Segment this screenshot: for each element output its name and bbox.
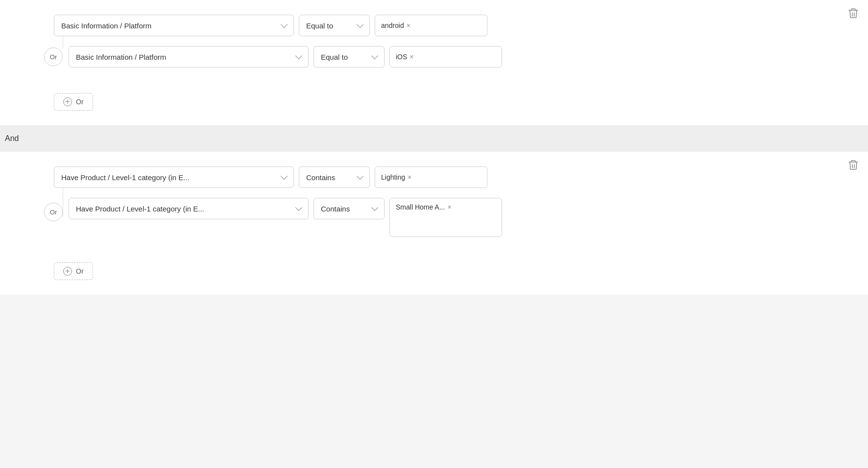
- and-divider: And: [0, 125, 868, 152]
- add-or-label-1: Or: [76, 98, 84, 106]
- chevron-down-icon-7: [295, 204, 302, 211]
- section-1: Basic Information / Platform Equal to an…: [0, 0, 868, 125]
- operator-select-2-2-label: Contains: [321, 205, 350, 213]
- plus-circle-icon-2: +: [63, 267, 72, 276]
- field-select-1-1[interactable]: Basic Information / Platform: [54, 15, 294, 36]
- tag-small-home-value: Small Home A...: [396, 203, 445, 211]
- operator-select-1-1-label: Equal to: [306, 22, 333, 30]
- delete-section-2-button[interactable]: [848, 160, 858, 172]
- chevron-down-icon-6: [357, 173, 363, 180]
- filter-row-2-1: Have Product / Level-1 category (in E...…: [54, 166, 868, 188]
- and-label: And: [0, 134, 19, 143]
- trash-icon-2[interactable]: [848, 160, 858, 170]
- tag-ios-close[interactable]: ×: [410, 53, 413, 60]
- add-or-button-1-wrapper: + Or: [54, 81, 868, 111]
- plus-circle-icon-1: +: [63, 97, 72, 106]
- chevron-down-icon-8: [371, 204, 378, 211]
- or-row-1-2-wrapper: Or Basic Information / Platform Equal to…: [44, 46, 868, 68]
- operator-select-2-1[interactable]: Contains: [299, 166, 370, 188]
- operator-select-2-2[interactable]: Contains: [313, 198, 385, 219]
- chevron-down-icon: [281, 21, 288, 28]
- tag-small-home: Small Home A... ×: [396, 203, 452, 211]
- delete-section-1-button[interactable]: [848, 8, 858, 20]
- connector-line-2: [63, 188, 63, 217]
- field-select-2-2[interactable]: Have Product / Level-1 category (in E...: [69, 198, 309, 219]
- or-badge-1: Or: [44, 47, 63, 66]
- tag-lighting: Lighting ×: [381, 173, 411, 181]
- trash-icon-1[interactable]: [848, 8, 858, 19]
- tag-android: android ×: [381, 22, 410, 29]
- add-or-button-2[interactable]: + Or: [54, 262, 93, 280]
- or-badge-2: Or: [44, 203, 63, 221]
- field-select-1-1-label: Basic Information / Platform: [61, 22, 151, 30]
- operator-select-1-1[interactable]: Equal to: [299, 15, 370, 36]
- operator-select-2-1-label: Contains: [306, 173, 335, 182]
- field-select-2-1-label: Have Product / Level-1 category (in E...: [61, 173, 190, 182]
- add-or-label-2: Or: [76, 267, 84, 275]
- field-select-2-2-label: Have Product / Level-1 category (in E...: [76, 205, 204, 213]
- tag-android-value: android: [381, 22, 404, 29]
- add-or-button-1[interactable]: + Or: [54, 93, 93, 111]
- operator-select-1-2-label: Equal to: [321, 53, 348, 61]
- tag-ios-value: iOS: [396, 53, 407, 61]
- filter-row-2-2: Have Product / Level-1 category (in E...…: [69, 198, 502, 237]
- filter-row-2-2-wrapper: Have Product / Level-1 category (in E...…: [69, 198, 502, 237]
- filter-row-1-2: Basic Information / Platform Equal to iO…: [69, 46, 502, 68]
- tag-field-2-1[interactable]: Lighting ×: [375, 166, 487, 188]
- filter-row-1-1: Basic Information / Platform Equal to an…: [54, 15, 868, 36]
- section-2: Have Product / Level-1 category (in E...…: [0, 152, 868, 295]
- field-select-2-1[interactable]: Have Product / Level-1 category (in E...: [54, 166, 294, 188]
- tag-field-1-2[interactable]: iOS ×: [389, 46, 502, 68]
- field-select-1-2[interactable]: Basic Information / Platform: [69, 46, 309, 68]
- chevron-down-icon-3: [295, 52, 302, 59]
- tag-small-home-close[interactable]: ×: [447, 204, 451, 211]
- operator-select-1-2[interactable]: Equal to: [313, 46, 385, 68]
- chevron-down-icon-2: [357, 21, 363, 28]
- connector-line-1: [63, 36, 63, 48]
- add-or-button-2-wrapper: + Or: [54, 251, 868, 280]
- or-row-group-1: Or Basic Information / Platform Equal to…: [29, 46, 868, 68]
- chevron-down-icon-5: [281, 173, 288, 180]
- tag-lighting-close[interactable]: ×: [408, 174, 411, 181]
- or-row-2-2-wrapper: Or Have Product / Level-1 category (in E…: [44, 198, 868, 237]
- tag-lighting-value: Lighting: [381, 173, 405, 181]
- tag-field-2-2[interactable]: Small Home A... ×: [389, 198, 502, 237]
- tag-field-1-1[interactable]: android ×: [375, 15, 487, 36]
- chevron-down-icon-4: [371, 52, 378, 59]
- or-row-group-2: Or Have Product / Level-1 category (in E…: [29, 198, 868, 237]
- field-select-1-2-label: Basic Information / Platform: [76, 53, 166, 61]
- tag-ios: iOS ×: [396, 53, 414, 61]
- tag-android-close[interactable]: ×: [407, 22, 410, 29]
